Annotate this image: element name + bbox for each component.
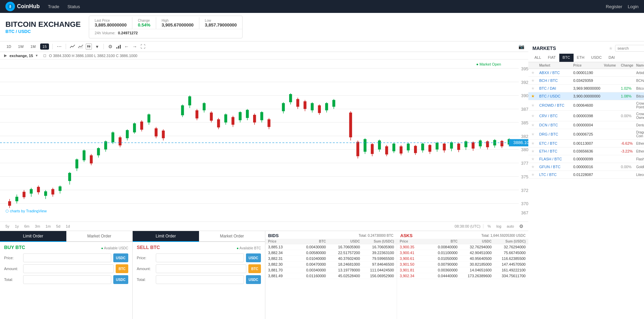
svg-rect-70 <box>140 122 143 130</box>
star-icon[interactable]: ★ <box>531 103 539 108</box>
star-icon[interactable]: ★ <box>531 172 539 177</box>
chart-footer: 5y 1y 6m 3m 1m 5d 1d 08:38:00 (UTC) % lo… <box>0 221 528 231</box>
scale-auto[interactable]: auto <box>506 224 515 229</box>
sell-total-input[interactable] <box>156 275 244 284</box>
timeframe-15[interactable]: 15 <box>40 43 49 50</box>
asks-row: 3,902.34 0.04440000 173.26389600 334.756… <box>397 273 528 279</box>
star-icon[interactable]: ★ <box>531 164 539 169</box>
chart-expand-icon[interactable]: ▶ <box>4 53 7 58</box>
star-icon[interactable]: ★ <box>531 157 539 161</box>
nav-trade[interactable]: Trade <box>48 4 59 9</box>
chart-container: 3950.0000 3925.0000 3900.0000 3875.0000 … <box>0 59 528 221</box>
star-icon[interactable]: ★ <box>531 141 539 146</box>
zoom-3m[interactable]: 3m <box>34 224 42 229</box>
area-chart-icon[interactable] <box>78 43 84 50</box>
camera-icon[interactable]: 📷 <box>518 43 524 50</box>
volume-value: 0.24971272 <box>118 31 138 35</box>
forward-icon[interactable]: → <box>132 43 138 50</box>
svg-rect-110 <box>303 101 306 109</box>
market-row[interactable]: ★ BTC / USDC 3,900.00000000 1.08% Bitcoi… <box>528 92 644 100</box>
sell-price-input[interactable] <box>156 253 244 262</box>
buy-limit-tab[interactable]: Limit Order <box>0 231 66 242</box>
chart-ohlc: O 3884.3300 H 3886.1000 L 3882.3100 C 38… <box>49 54 137 58</box>
star-icon[interactable]: ★ <box>531 70 539 75</box>
svg-rect-102 <box>267 119 270 127</box>
chart-footer-right: 08:38:00 (UTC) % log auto ⚙ <box>455 223 524 229</box>
nav-left: ₿ CoinHub Trade Status <box>5 2 80 11</box>
star-icon[interactable]: ★ <box>531 132 539 137</box>
chart-settings-icon[interactable]: ⚙ <box>518 223 524 229</box>
market-row[interactable]: ★ DCN / BTC 0.00000004 Dentacoin <box>528 121 644 129</box>
market-row[interactable]: ★ ETH / BTC 0.03656636 -3.22% Ethereum <box>528 147 644 155</box>
buy-amount-input[interactable] <box>23 264 114 273</box>
market-row[interactable]: ★ CRV / BTC 0.00000398 0.00% Crowdvilla … <box>528 111 644 121</box>
candle-chart-icon[interactable] <box>86 43 92 50</box>
market-row[interactable]: ★ BCH / BTC 0.03429359 BCHABC <box>528 77 644 85</box>
tab-usdc[interactable]: USDC <box>588 54 605 62</box>
market-row[interactable]: ★ GFUN / BTC 0.00000016 0.00% GoldFund <box>528 163 644 171</box>
market-row[interactable]: ★ ABXX / BTC 0.00001190 Arbidex <box>528 69 644 77</box>
star-icon[interactable]: ★ <box>531 123 539 127</box>
market-row[interactable]: ★ LTC / BTC 0.01228087 Litecoin <box>528 171 644 179</box>
line-chart-icon[interactable] <box>69 43 76 50</box>
buy-total-input[interactable] <box>23 275 111 284</box>
buy-market-tab[interactable]: Market Order <box>66 231 133 242</box>
market-change: 0.00% <box>621 114 636 118</box>
timeframe-1d[interactable]: 1D <box>4 43 14 50</box>
indicators-icon[interactable] <box>115 43 121 50</box>
scale-percent[interactable]: % <box>486 224 492 229</box>
chart-type-dropdown[interactable]: ▾ <box>94 43 100 50</box>
more-icon[interactable]: ⋯ <box>56 43 62 50</box>
change-value: 0.54% <box>138 22 150 28</box>
market-row[interactable]: ★ ETC / BTC 0.00113007 -6.62% EthereumCl… <box>528 140 644 147</box>
scale-log[interactable]: log <box>495 224 503 229</box>
timeframe-1w[interactable]: 1W <box>16 43 26 50</box>
nav-status[interactable]: Status <box>67 4 80 9</box>
settings-icon[interactable]: ⚙ <box>107 43 113 50</box>
zoom-5d[interactable]: 5d <box>55 224 62 229</box>
chart-dropdown-icon[interactable]: ▾ <box>36 53 38 58</box>
tab-dai[interactable]: DAI <box>605 54 618 62</box>
asks-list: 3,900.35 0.00840000 32.76294000 32.76294… <box>397 244 528 319</box>
tab-fiat[interactable]: FIAT <box>545 54 559 62</box>
sell-amount-input[interactable] <box>156 264 246 273</box>
markets-search-input[interactable] <box>617 46 644 50</box>
tab-btc[interactable]: BTC <box>559 54 574 62</box>
star-icon[interactable]: ★ <box>531 86 539 91</box>
star-icon[interactable]: ★ <box>531 94 539 99</box>
tab-eth[interactable]: ETH <box>574 54 588 62</box>
zoom-6m[interactable]: 6m <box>23 224 31 229</box>
market-row[interactable]: ★ BTC / DAI 3,969.98000000 1.02% Bitcoin <box>528 85 644 92</box>
market-price: 0.00006725 <box>573 132 604 136</box>
star-icon[interactable]: ★ <box>531 149 539 154</box>
svg-rect-46 <box>51 189 54 195</box>
login-button[interactable]: Login <box>628 4 639 9</box>
svg-rect-68 <box>133 123 136 132</box>
star-icon[interactable]: ★ <box>531 78 539 83</box>
buy-price-input[interactable] <box>23 253 111 262</box>
register-button[interactable]: Register <box>606 4 622 9</box>
markets-star-icon[interactable]: ★ <box>609 46 613 51</box>
logo[interactable]: ₿ CoinHub <box>5 2 40 11</box>
ask-sum: 334.75611700 <box>492 274 526 278</box>
sell-limit-tab[interactable]: Limit Order <box>133 231 199 242</box>
timeframe-1m[interactable]: 1M <box>28 43 38 50</box>
zoom-1d[interactable]: 1d <box>64 224 71 229</box>
market-pair: DRG / BTC <box>539 132 573 136</box>
tab-all[interactable]: ALL <box>531 54 545 62</box>
sell-market-tab[interactable]: Market Order <box>199 231 265 242</box>
zoom-1m[interactable]: 1m <box>44 224 52 229</box>
ask-sum: 75.66745000 <box>492 251 526 255</box>
market-row[interactable]: ★ DRG / BTC 0.00006725 Dragon Coin <box>528 129 644 140</box>
zoom-1y[interactable]: 1y <box>14 224 20 229</box>
svg-rect-62 <box>112 132 114 142</box>
zoom-5y[interactable]: 5y <box>4 224 11 229</box>
fullscreen-icon[interactable]: ⛶ <box>140 43 146 50</box>
market-row[interactable]: ★ CROWD / BTC 0.00064600 Crowdvilla Poin… <box>528 100 644 111</box>
star-icon[interactable]: ★ <box>531 113 539 118</box>
markets-tabs: ALL FIAT BTC ETH USDC DAI <box>528 54 644 62</box>
chart-ohlc-icon: ◻ <box>43 53 46 58</box>
back-icon[interactable]: ← <box>123 43 130 50</box>
market-name: Ethereum <box>636 149 644 153</box>
market-row[interactable]: ★ FLASH / BTC 0.00000099 Flash Coin <box>528 155 644 163</box>
